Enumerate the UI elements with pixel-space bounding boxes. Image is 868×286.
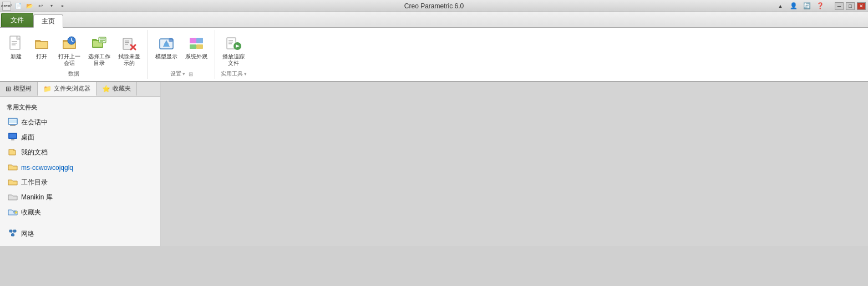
- folder-item-mydocs[interactable]: 我的文档: [2, 145, 158, 160]
- svg-rect-35: [13, 230, 16, 232]
- quick-access-toolbar: 📄 📂 ↩ ▾ ▸: [13, 1, 68, 11]
- svg-rect-9: [125, 44, 128, 45]
- dropdown-arrow[interactable]: ▾: [47, 1, 57, 11]
- svg-rect-31: [11, 139, 14, 141]
- new-quick-btn[interactable]: 📄: [13, 1, 23, 11]
- recent-label: 打开上一 会话: [58, 53, 80, 67]
- utilities-dropdown-arrow[interactable]: ▾: [244, 71, 247, 77]
- top-arrow-icon: ▲: [775, 2, 786, 11]
- data-group-label: 数据: [68, 69, 79, 79]
- new-label: 新建: [11, 53, 22, 60]
- play-icon: [225, 34, 242, 52]
- settings-dropdown-arrow[interactable]: ▾: [182, 71, 185, 77]
- svg-rect-28: [9, 119, 17, 123]
- erase-button[interactable]: 拭除未显 示的: [115, 32, 143, 69]
- utilities-group-label: 实用工具 ▾: [221, 69, 247, 79]
- svg-line-38: [13, 232, 15, 234]
- app-title: Creo Parametric 6.0: [404, 2, 464, 10]
- model-display-label: 模型显示: [155, 53, 177, 60]
- svg-rect-3: [12, 44, 16, 46]
- open-label: 打开: [36, 53, 47, 60]
- manikin-icon: [8, 192, 18, 203]
- play-button[interactable]: 播放追踪 文件: [220, 32, 247, 69]
- svg-line-37: [11, 232, 13, 234]
- panel-content: 常用文件夹 在会话中 桌面 我的文档: [0, 97, 160, 246]
- svg-rect-1: [12, 41, 17, 42]
- tab-home[interactable]: 主页: [33, 14, 63, 28]
- new-icon: [7, 34, 25, 52]
- open-button[interactable]: 打开: [30, 32, 53, 62]
- svg-rect-18: [190, 44, 196, 49]
- svg-rect-19: [196, 44, 203, 49]
- undo-quick-btn[interactable]: ↩: [35, 1, 45, 11]
- svg-rect-30: [9, 134, 16, 138]
- settings-group-label: 设置 ▾ ⊞: [170, 69, 193, 79]
- minimize-button[interactable]: ─: [835, 2, 844, 10]
- svg-rect-7: [125, 41, 129, 42]
- appearance-button[interactable]: 系统外观: [182, 32, 210, 62]
- title-bar: creo° 📄 📂 ↩ ▾ ▸ Creo Parametric 6.0 ▲ 👤 …: [0, 0, 868, 12]
- ribbon-group-data: 新建 打开: [0, 30, 148, 79]
- svg-rect-36: [12, 234, 14, 236]
- svg-point-15: [169, 38, 173, 42]
- model-display-button[interactable]: 模型显示: [153, 32, 180, 62]
- svg-rect-34: [9, 230, 12, 232]
- workdir-label: 选择工作 目录: [88, 53, 110, 67]
- favorites-icon: ⭐: [102, 85, 110, 93]
- svg-text:⭐: ⭐: [14, 210, 18, 214]
- data-group-buttons: 新建 打开: [4, 30, 143, 69]
- user-icon[interactable]: 👤: [788, 2, 799, 11]
- title-bar-left: creo° 📄 📂 ↩ ▾ ▸: [2, 1, 68, 11]
- svg-rect-16: [190, 38, 196, 43]
- common-folders-title: 常用文件夹: [2, 101, 158, 115]
- ribbon-group-settings: 模型显示 系统外观 设置 ▾ ⊞: [148, 30, 215, 79]
- tab-file[interactable]: 文件: [1, 13, 33, 27]
- close-button[interactable]: ✕: [857, 2, 866, 10]
- play-label: 播放追踪 文件: [222, 53, 245, 67]
- sync-icon[interactable]: 🔄: [801, 2, 813, 11]
- recent-button[interactable]: 打开上一 会话: [55, 32, 83, 69]
- settings-expand-icon[interactable]: ⊞: [189, 71, 193, 77]
- folder-item-workdir[interactable]: 工作目录: [2, 175, 158, 190]
- main-area: ⊞ 模型树 📁 文件夹浏览器 ⭐ 收藏夹 常用文件夹 在会话中: [0, 82, 868, 246]
- folder-item-network[interactable]: 网络: [2, 227, 158, 242]
- svg-rect-17: [196, 38, 203, 43]
- fav-folder-icon: ⭐: [8, 207, 18, 218]
- open-quick-btn[interactable]: 📂: [24, 1, 34, 11]
- svg-rect-23: [229, 43, 232, 44]
- ribbon-content: 新建 打开: [0, 28, 868, 82]
- new-button[interactable]: 新建: [4, 32, 28, 62]
- ribbon-tabs: 文件 主页: [0, 12, 868, 28]
- tab-folder-browser[interactable]: 📁 文件夹浏览器: [38, 82, 97, 96]
- desktop-icon: [8, 132, 18, 143]
- folder-item-ms[interactable]: ms-ccwowcojqglq: [2, 160, 158, 175]
- svg-rect-27: [10, 125, 16, 126]
- svg-rect-14: [164, 43, 169, 47]
- network-icon: [8, 229, 18, 239]
- tab-model-tree[interactable]: ⊞ 模型树: [0, 82, 38, 96]
- appearance-label: 系统外观: [185, 53, 207, 60]
- maximize-button[interactable]: □: [846, 2, 855, 10]
- svg-rect-8: [125, 42, 129, 43]
- svg-rect-22: [229, 42, 233, 43]
- svg-rect-2: [12, 43, 17, 44]
- panel-tabs: ⊞ 模型树 📁 文件夹浏览器 ⭐ 收藏夹: [0, 82, 160, 97]
- folder-item-desktop[interactable]: 桌面: [2, 130, 158, 145]
- content-area: [161, 82, 868, 246]
- mydocs-icon: [8, 147, 18, 158]
- help-icon[interactable]: ❓: [815, 2, 826, 11]
- section-gap: [2, 220, 158, 227]
- tab-favorites[interactable]: ⭐ 收藏夹: [97, 82, 137, 96]
- expand-arrow[interactable]: ▸: [58, 1, 68, 11]
- folder-item-manikin[interactable]: Manikin 库: [2, 190, 158, 205]
- workdir-button[interactable]: 选择工作 目录: [85, 32, 113, 69]
- settings-group-buttons: 模型显示 系统外观: [153, 30, 210, 69]
- workdir-icon: [90, 34, 108, 52]
- utilities-group-buttons: 播放追踪 文件: [220, 30, 247, 69]
- folder-browser-icon: 📁: [43, 85, 52, 93]
- folder-item-session[interactable]: 在会话中: [2, 115, 158, 130]
- model-tree-icon: ⊞: [6, 85, 11, 93]
- ms-folder-icon: [8, 162, 18, 173]
- recent-icon: [60, 34, 78, 52]
- folder-item-favorites[interactable]: ⭐ 收藏夹: [2, 205, 158, 220]
